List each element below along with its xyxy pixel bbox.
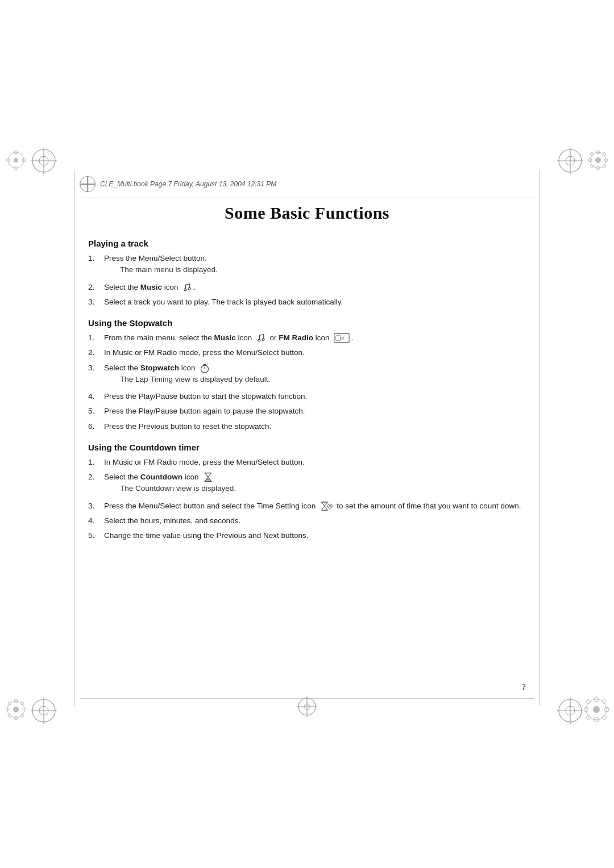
steps-list-playing: 1. Press the Menu/Select button. The mai…	[88, 253, 526, 308]
step-content: In Music or FM Radio mode, press the Men…	[104, 347, 526, 358]
hr-top	[80, 198, 534, 198]
page-number: 7	[521, 683, 526, 692]
step-countdown-3: 3. Press the Menu/Select button and sele…	[88, 500, 526, 512]
svg-rect-33	[204, 364, 206, 365]
svg-point-66	[9, 715, 11, 717]
file-info-crosshair-icon	[80, 176, 96, 192]
step-number: 1.	[88, 457, 104, 468]
step-stopwatch-4: 4. Press the Play/Pause button to start …	[88, 391, 526, 402]
step-text: Press the Menu/Select button and select …	[104, 502, 521, 510]
step-stopwatch-6: 6. Press the Previous button to reset th…	[88, 421, 526, 432]
step-sub: The main menu is displayed.	[104, 264, 526, 276]
step-text: Press the Previous button to reset the s…	[104, 422, 271, 431]
step-content: Select the Music icon .	[104, 282, 526, 293]
step-content: Press the Menu/Select button. The main m…	[104, 253, 526, 278]
step-countdown-5: 5. Change the time value using the Previ…	[88, 530, 526, 541]
stopwatch-icon	[200, 363, 210, 373]
music-note-icon-2	[256, 333, 265, 343]
step-content: Press the Play/Pause button to start the…	[104, 391, 526, 402]
step-number: 5.	[88, 406, 104, 417]
step-countdown-1: 1. In Music or FM Radio mode, press the …	[88, 457, 526, 468]
corner-decoration-bl	[30, 696, 58, 725]
step-countdown-4: 4. Select the hours, minutes, and second…	[88, 515, 526, 527]
gear-decoration-tr	[587, 149, 609, 174]
step-number: 3.	[88, 500, 104, 512]
step-number: 4.	[88, 391, 104, 402]
section-heading-stopwatch: Using the Stopwatch	[88, 318, 526, 328]
step-sub: The Lap Timing view is displayed by defa…	[104, 374, 526, 385]
svg-marker-41	[321, 502, 327, 510]
step-stopwatch-2: 2. In Music or FM Radio mode, press the …	[88, 347, 526, 358]
page: CLE_Multi.book Page 7 Friday, August 13,…	[0, 0, 614, 868]
step-content: Press the Menu/Select button and select …	[104, 500, 526, 512]
step-content: Select the hours, minutes, and seconds.	[104, 515, 526, 527]
corner-decoration-tl	[30, 147, 58, 175]
steps-list-stopwatch: 1. From the main menu, select the Music …	[88, 332, 526, 432]
step-text: Select the Stopwatch icon	[104, 364, 210, 372]
svg-point-45	[329, 505, 330, 507]
vline-left	[74, 170, 74, 706]
step-content: Select the Stopwatch icon The Lap Timing…	[104, 362, 526, 388]
step-text: Press the Play/Pause button again to pau…	[104, 407, 305, 415]
step-number: 1.	[88, 332, 104, 344]
step-text: Press the Play/Pause button to start the…	[104, 392, 307, 400]
svg-text:FM: FM	[339, 336, 344, 340]
svg-point-15	[595, 157, 601, 163]
corner-decoration-br	[556, 696, 584, 725]
step-stopwatch-5: 5. Press the Play/Pause button again to …	[88, 406, 526, 417]
step-text: In Music or FM Radio mode, press the Men…	[104, 458, 305, 466]
step-text: Select the Countdown icon	[104, 473, 213, 481]
center-bottom-crosshair	[297, 696, 317, 719]
countdown-icon	[203, 472, 213, 482]
svg-point-9	[14, 158, 18, 162]
step-text: Select a track you want to play. The tra…	[104, 298, 343, 306]
time-setting-icon	[320, 501, 333, 511]
svg-point-69	[593, 706, 600, 713]
fm-radio-icon: FM	[334, 333, 350, 343]
music-note-icon	[182, 283, 192, 292]
steps-list-countdown: 1. In Music or FM Radio mode, press the …	[88, 457, 526, 542]
section-heading-countdown: Using the Countdown timer	[88, 443, 526, 452]
step-number: 3.	[88, 362, 104, 388]
step-content: Select the Countdown icon	[104, 471, 526, 497]
step-countdown-2: 2. Select the Countdown icon	[88, 471, 526, 497]
section-stopwatch: Using the Stopwatch 1. From the main men…	[88, 318, 526, 432]
svg-point-24	[184, 289, 186, 291]
step-number: 4.	[88, 515, 104, 527]
svg-point-64	[9, 702, 11, 705]
step-text: In Music or FM Radio mode, press the Men…	[104, 348, 305, 357]
step-stopwatch-1: 1. From the main menu, select the Music …	[88, 332, 526, 344]
step-number: 2.	[88, 471, 104, 497]
step-content: Press the Previous button to reset the s…	[104, 421, 526, 432]
svg-point-26	[258, 339, 260, 341]
step-number: 1.	[88, 253, 104, 278]
file-info-text: CLE_Multi.book Page 7 Friday, August 13,…	[100, 180, 276, 188]
step-number: 2.	[88, 347, 104, 358]
main-content: Some Basic Functions Playing a track 1. …	[88, 203, 526, 545]
section-countdown: Using the Countdown timer 1. In Music or…	[88, 443, 526, 542]
step-number: 2.	[88, 282, 104, 293]
vline-right	[540, 170, 540, 706]
section-heading-playing: Playing a track	[88, 239, 526, 248]
svg-point-67	[21, 715, 24, 717]
svg-point-27	[262, 339, 264, 341]
svg-point-59	[13, 707, 19, 712]
gear-decoration-tl	[5, 149, 27, 174]
step-content: Select a track you want to play. The tra…	[104, 297, 526, 308]
step-number: 5.	[88, 530, 104, 541]
svg-point-44	[327, 504, 332, 508]
file-info-bar: CLE_Multi.book Page 7 Friday, August 13,…	[80, 176, 534, 192]
step-text: Select the hours, minutes, and seconds.	[104, 516, 240, 525]
section-playing-a-track: Playing a track 1. Press the Menu/Select…	[88, 239, 526, 308]
step-playing-2: 2. Select the Music icon .	[88, 282, 526, 293]
step-playing-3: 3. Select a track you want to play. The …	[88, 297, 526, 308]
step-sub: The Countdown view is displayed.	[104, 483, 526, 494]
step-text: From the main menu, select the Music ico…	[104, 333, 354, 342]
corner-decoration-tr	[556, 147, 584, 175]
step-playing-1: 1. Press the Menu/Select button. The mai…	[88, 253, 526, 278]
step-text: Change the time value using the Previous…	[104, 531, 308, 540]
step-content: In Music or FM Radio mode, press the Men…	[104, 457, 526, 468]
step-content: Change the time value using the Previous…	[104, 530, 526, 541]
gear-decoration-br	[583, 696, 609, 725]
gear-decoration-bl	[5, 698, 27, 723]
